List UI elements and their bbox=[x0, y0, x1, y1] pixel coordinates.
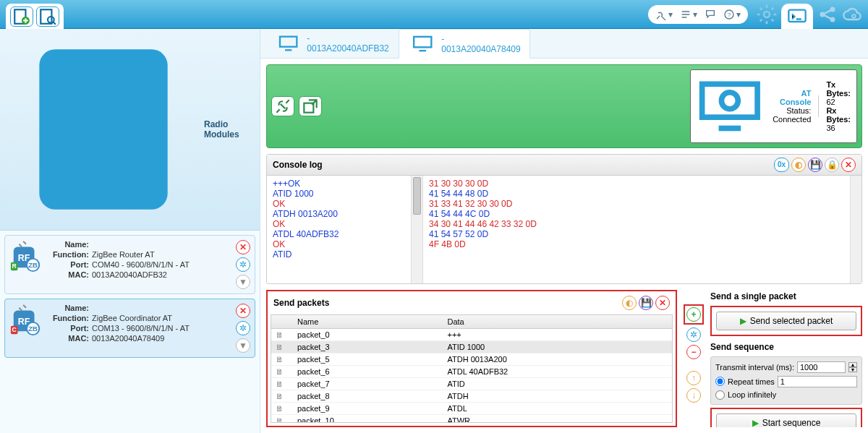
top-toolbar: ▾ ▾ ?▾ bbox=[0, 0, 868, 29]
svg-point-11 bbox=[852, 14, 856, 18]
svg-text:C: C bbox=[12, 326, 17, 333]
packet-list-actions: + ✲ − ↑ ↓ bbox=[684, 290, 703, 427]
clear-log-button[interactable]: ✕ bbox=[841, 158, 856, 172]
module-collapse-button[interactable]: ▼ bbox=[236, 275, 250, 289]
hex-toggle-button[interactable]: 0x bbox=[774, 158, 789, 172]
radio-modules-title: Radio Modules bbox=[204, 119, 252, 140]
svg-text:ZB: ZB bbox=[28, 261, 38, 269]
save-log-button[interactable]: 💾 bbox=[808, 158, 822, 172]
interval-up[interactable]: ▲ bbox=[848, 362, 857, 367]
packet-icon: 🗎 bbox=[271, 414, 293, 423]
network-icon[interactable] bbox=[817, 4, 838, 25]
top-left-tabs bbox=[6, 4, 64, 30]
radio-modules-panel: Radio Modules RFZBR Name: Function:ZigBe… bbox=[0, 29, 260, 433]
packet-row[interactable]: 🗎packet_8ATDH bbox=[271, 390, 672, 402]
console-right-pane[interactable]: 31 30 30 30 0D41 54 44 48 0D31 33 41 32 … bbox=[423, 176, 850, 283]
search-module-button[interactable] bbox=[36, 7, 59, 27]
module-collapse-button[interactable]: ▼ bbox=[236, 338, 250, 353]
lock-button[interactable]: 🔒 bbox=[825, 158, 839, 172]
move-up-button[interactable]: ↑ bbox=[686, 371, 701, 385]
module-close-button[interactable]: ✕ bbox=[236, 240, 250, 254]
tab-device-0[interactable]: - 0013A20040ADFB32 bbox=[265, 29, 399, 58]
move-down-button[interactable]: ↓ bbox=[686, 388, 701, 403]
packet-row[interactable]: 🗎packet_5ATDH 0013A200 bbox=[271, 353, 672, 365]
module-icon: RFZBR bbox=[9, 240, 43, 273]
tools-dropdown[interactable]: ▾ bbox=[655, 9, 673, 20]
feedback-button[interactable] bbox=[705, 9, 716, 20]
console-right-scrollbar[interactable] bbox=[850, 176, 861, 283]
console-scrollbar[interactable] bbox=[412, 176, 423, 283]
packet-icon: 🗎 bbox=[271, 377, 293, 390]
detach-button[interactable] bbox=[299, 96, 322, 116]
module-card-0[interactable]: RFZBR Name: Function:ZigBee Router AT Po… bbox=[4, 235, 255, 294]
console-header-bar: AT Console Status: Connected Tx Bytes: 6… bbox=[266, 64, 862, 148]
packet-row[interactable]: 🗎packet_10ATWR bbox=[271, 414, 672, 423]
send-selected-packet-button[interactable]: ▶Send selected packet bbox=[716, 312, 856, 330]
edit-packet-button[interactable]: ✲ bbox=[686, 327, 701, 342]
radio-modules-header: Radio Modules bbox=[0, 29, 260, 231]
packets-filter-button[interactable]: ◐ bbox=[622, 296, 637, 310]
module-discover-button[interactable]: ✲ bbox=[236, 257, 250, 272]
svg-rect-26 bbox=[414, 37, 431, 48]
packet-icon: 🗎 bbox=[271, 365, 293, 377]
packet-row[interactable]: 🗎packet_6ATDL 40ADFB32 bbox=[271, 365, 672, 377]
svg-point-29 bbox=[722, 93, 739, 109]
packet-icon: 🗎 bbox=[271, 340, 293, 353]
cloud-icon[interactable] bbox=[842, 4, 862, 25]
send-packets-panel: Send packets ◐ 💾 ✕ Name Data bbox=[266, 290, 677, 427]
console-log-panel: Console log 0x ◐ 💾 🔒 ✕ +++OKATID 1000OKA… bbox=[266, 154, 862, 284]
terminal-icon bbox=[787, 7, 807, 27]
device-tabs: - 0013A20040ADFB32 - 0013A20040A78409 bbox=[260, 29, 868, 59]
send-packets-title: Send packets bbox=[273, 298, 329, 308]
console-log-title: Console log bbox=[273, 160, 323, 170]
connect-button[interactable] bbox=[271, 96, 294, 116]
status-box: AT Console Status: Connected Tx Bytes: 6… bbox=[690, 69, 857, 143]
svg-text:ZB: ZB bbox=[28, 325, 38, 333]
console-left-pane[interactable]: +++OKATID 1000OKATDH 0013A200OKATDL 40AD… bbox=[267, 176, 412, 283]
help-dropdown[interactable]: ?▾ bbox=[723, 9, 741, 20]
module-icon: RFZBC bbox=[9, 304, 43, 337]
interval-down[interactable]: ▼ bbox=[848, 367, 857, 372]
send-sequence-title: Send sequence bbox=[710, 340, 862, 353]
module-card-1[interactable]: RFZBC Name: Function:ZigBee Coordinator … bbox=[4, 299, 255, 358]
packets-table: Name Data 🗎packet_0+++🗎packet_3ATID 1000… bbox=[271, 315, 672, 423]
sequence-settings: Transmit interval (ms): ▲▼ Repeat times bbox=[710, 356, 862, 405]
repeat-times-radio[interactable] bbox=[715, 377, 725, 386]
settings-icon[interactable] bbox=[755, 3, 778, 26]
svg-point-3 bbox=[48, 17, 54, 23]
add-module-button[interactable] bbox=[10, 7, 33, 27]
start-sequence-button[interactable]: ▶Start sequence bbox=[716, 413, 856, 427]
svg-rect-25 bbox=[280, 37, 297, 47]
send-single-title: Send a single packet bbox=[710, 290, 862, 303]
tab-device-1[interactable]: - 0013A20040A78409 bbox=[399, 29, 530, 59]
add-packet-button[interactable]: + bbox=[686, 307, 701, 322]
svg-rect-28 bbox=[702, 84, 757, 117]
packet-row[interactable]: 🗎packet_0+++ bbox=[271, 328, 672, 340]
packet-icon: 🗎 bbox=[271, 390, 293, 402]
filter-button[interactable]: ◐ bbox=[791, 158, 806, 172]
packet-row[interactable]: 🗎packet_3ATID 1000 bbox=[271, 340, 672, 353]
packet-row[interactable]: 🗎packet_9ATDL bbox=[271, 402, 672, 414]
svg-rect-12 bbox=[39, 49, 167, 210]
packet-icon: 🗎 bbox=[271, 402, 293, 414]
packets-clear-button[interactable]: ✕ bbox=[655, 296, 670, 310]
svg-point-6 bbox=[764, 12, 770, 17]
loop-infinitely-radio[interactable] bbox=[715, 390, 725, 400]
transmit-interval-input[interactable] bbox=[797, 361, 846, 373]
packet-row[interactable]: 🗎packet_7ATID bbox=[271, 377, 672, 390]
list-dropdown[interactable]: ▾ bbox=[680, 9, 697, 20]
svg-text:?: ? bbox=[728, 11, 731, 17]
module-close-button[interactable]: ✕ bbox=[236, 304, 250, 318]
packet-icon: 🗎 bbox=[271, 353, 293, 365]
svg-text:R: R bbox=[12, 262, 17, 270]
quick-actions-pill: ▾ ▾ ?▾ bbox=[648, 5, 748, 24]
module-discover-button[interactable]: ✲ bbox=[236, 321, 250, 335]
console-mode-tab[interactable] bbox=[781, 4, 813, 30]
packets-save-button[interactable]: 💾 bbox=[639, 296, 653, 310]
repeat-times-input[interactable] bbox=[778, 376, 857, 387]
packet-icon: 🗎 bbox=[271, 328, 293, 340]
remove-packet-button[interactable]: − bbox=[686, 345, 701, 359]
